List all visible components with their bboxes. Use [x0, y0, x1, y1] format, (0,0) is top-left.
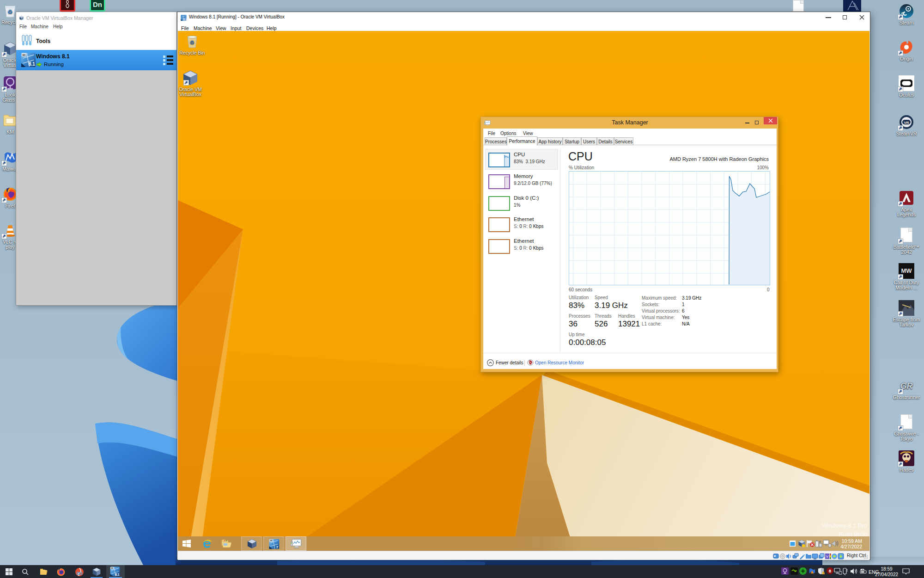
svg-text:64: 64 [23, 54, 26, 56]
svg-text:8.1: 8.1 [115, 573, 120, 576]
svg-text:VR: VR [904, 121, 909, 125]
svg-text:V: V [826, 554, 829, 559]
svg-text:8.1: 8.1 [29, 61, 35, 67]
svg-text:8.1: 8.1 [183, 18, 187, 21]
svg-text:7: 7 [276, 545, 278, 549]
svg-text:64: 64 [270, 539, 272, 541]
svg-text:♻: ♻ [190, 40, 195, 45]
svg-text:8: 8 [829, 568, 832, 573]
svg-text:64: 64 [111, 567, 113, 569]
svg-text:♻: ♻ [8, 9, 13, 15]
